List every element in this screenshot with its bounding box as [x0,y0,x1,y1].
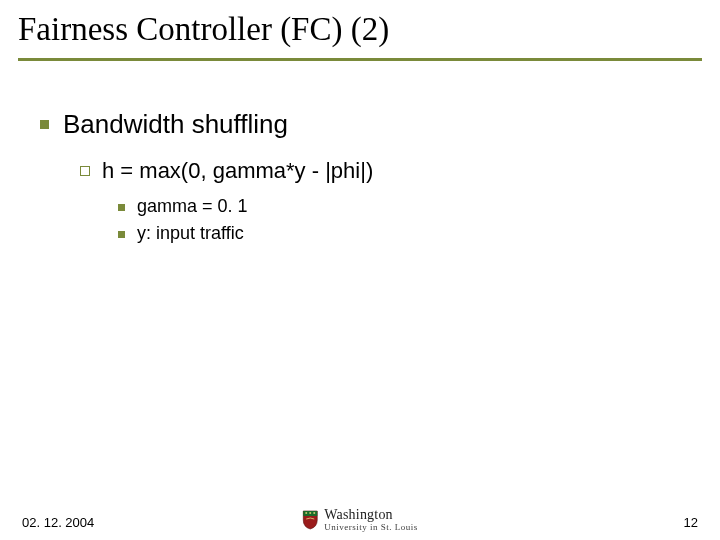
footer-date: 02. 12. 2004 [22,515,94,530]
square-bullet-icon [118,231,125,238]
logo-text-bottom: University in St. Louis [324,523,418,532]
title-area: Fairness Controller (FC) (2) [0,0,720,61]
university-logo: Washington University in St. Louis [302,508,418,532]
bullet-level3-text: y: input traffic [137,223,244,244]
shield-icon [302,510,318,530]
slide-body: Bandwidth shuffling h = max(0, gamma*y -… [0,61,720,244]
logo-text: Washington University in St. Louis [324,508,418,532]
slide: Fairness Controller (FC) (2) Bandwidth s… [0,0,720,540]
square-bullet-icon [40,120,49,129]
bullet-level3: gamma = 0. 1 [118,196,720,217]
logo-text-top: Washington [324,508,418,522]
bullet-level2-text: h = max(0, gamma*y - |phi|) [102,158,373,184]
bullet-level3: y: input traffic [118,223,720,244]
footer-page-number: 12 [684,515,698,530]
bullet-level1: Bandwidth shuffling [40,109,720,140]
square-bullet-icon [118,204,125,211]
bullet-level1-text: Bandwidth shuffling [63,109,288,140]
bullet-level3-text: gamma = 0. 1 [137,196,248,217]
slide-title: Fairness Controller (FC) (2) [18,10,720,56]
square-outline-bullet-icon [80,166,90,176]
bullet-level2: h = max(0, gamma*y - |phi|) [80,158,720,184]
